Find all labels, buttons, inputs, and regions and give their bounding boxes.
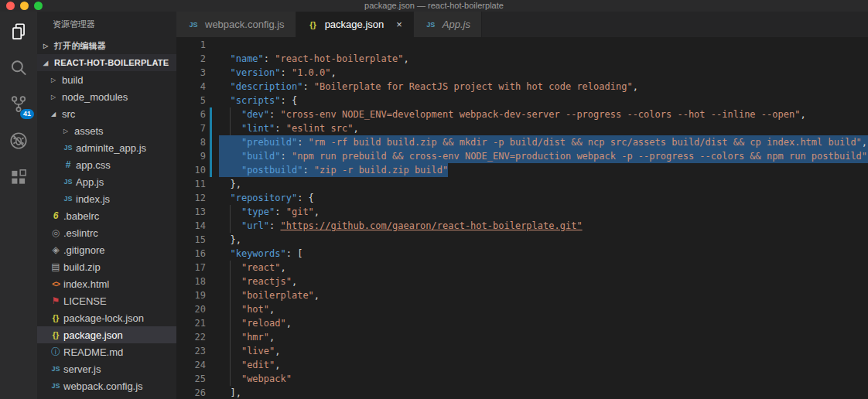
code-line-9[interactable]: 9 "build": "npm run prebuild && cross-en… <box>176 149 868 163</box>
line-text: "lint": "eslint src", <box>219 121 359 135</box>
code-line-23[interactable]: 23 "live", <box>176 344 868 358</box>
tab-App.js[interactable]: JSApp.js <box>414 12 482 37</box>
twistie-expanded-icon: ◢ <box>51 111 62 118</box>
minimize-window-button[interactable] <box>20 2 29 10</box>
code-line-22[interactable]: 22 "hmr", <box>176 330 868 344</box>
twistie-expanded-icon: ◢ <box>43 60 54 66</box>
code-line-15[interactable]: 15 }, <box>176 233 868 247</box>
activity-bar: 41 <box>0 12 37 399</box>
json-file-icon: {} <box>48 313 63 322</box>
zoom-window-button[interactable] <box>34 2 43 10</box>
sidebar-item-node_modules[interactable]: ▷node_modules <box>37 88 176 105</box>
tab-label: App.js <box>443 19 470 30</box>
sidebar-item-build[interactable]: ▷build <box>37 71 176 88</box>
gutter-spacer <box>210 66 212 80</box>
sidebar-item-server.js[interactable]: JSserver.js <box>37 360 176 377</box>
line-text: "postbuild": "zip -r build.zip build" <box>219 163 448 177</box>
line-text: "url": "https://github.com/gaearon/react… <box>219 219 583 233</box>
sidebar-item-assets[interactable]: ▷assets <box>37 122 176 139</box>
code-line-1[interactable]: 1 <box>176 38 868 52</box>
line-text: "hmr", <box>219 330 275 344</box>
sidebar-item-REACT-HOT-BOILERPLATE[interactable]: ◢REACT-HOT-BOILERPLATE <box>37 54 176 71</box>
line-text: "edit", <box>219 358 281 372</box>
close-window-button[interactable] <box>6 2 15 10</box>
sidebar-item-index.html[interactable]: <>index.html <box>37 275 176 292</box>
tab-webpack.config.js[interactable]: JSwebpack.config.js <box>176 12 296 37</box>
code-line-3[interactable]: 3 "version": "1.0.0", <box>176 66 868 80</box>
sidebar-item-app.css[interactable]: #app.css <box>37 156 176 173</box>
item-label: .babelrc <box>63 210 99 222</box>
code-line-5[interactable]: 5 "scripts": { <box>176 94 868 107</box>
js-file-icon: JS <box>425 21 437 29</box>
sidebar-item-README.md[interactable]: ⓘREADME.md <box>37 343 176 360</box>
sidebar-item-.eslintrc[interactable]: ◎.eslintrc <box>37 224 176 241</box>
code-line-8[interactable]: 8 "prebuild": "rm -rf build build.zip &&… <box>176 135 868 149</box>
gutter-spacer <box>210 191 212 205</box>
item-label: build <box>62 74 83 86</box>
code-line-25[interactable]: 25 "webpack" <box>176 372 868 386</box>
line-number: 1 <box>176 38 206 52</box>
line-text: "react", <box>219 261 286 275</box>
line-text: "webpack" <box>219 372 292 386</box>
code-line-17[interactable]: 17 "react", <box>176 261 868 275</box>
sidebar-item-LICENSE[interactable]: ⚑LICENSE <box>37 292 176 309</box>
explorer-icon[interactable] <box>9 22 29 42</box>
item-label: .eslintrc <box>63 227 98 239</box>
sidebar-item-package.json[interactable]: {}package.json <box>37 326 176 343</box>
sidebar-explorer: 资源管理器 ▷打开的编辑器◢REACT-HOT-BOILERPLATE▷buil… <box>37 12 176 399</box>
code-line-18[interactable]: 18 "reactjs", <box>176 275 868 288</box>
sidebar-item-webpack.config.js[interactable]: JSwebpack.config.js <box>37 377 176 394</box>
sidebar-item-App.js[interactable]: JSApp.js <box>37 173 176 190</box>
babel-file-icon: 6 <box>48 210 63 221</box>
code-line-16[interactable]: 16 "keywords": [ <box>176 247 868 261</box>
sidebar-item-index.js[interactable]: JSindex.js <box>37 190 176 207</box>
close-tab-icon[interactable]: × <box>396 19 402 30</box>
code-line-14[interactable]: 14 "url": "https://github.com/gaearon/re… <box>176 219 868 233</box>
search-icon[interactable] <box>9 58 29 78</box>
line-number: 11 <box>176 177 206 191</box>
sidebar-item-adminlte_app.js[interactable]: JSadminlte_app.js <box>37 139 176 156</box>
code-line-26[interactable]: 26 ], <box>176 386 868 399</box>
line-text: "hot", <box>219 302 275 316</box>
line-number: 21 <box>176 316 206 330</box>
js-file-icon: JS <box>60 195 76 203</box>
sidebar-item-package-lock.json[interactable]: {}package-lock.json <box>37 309 176 326</box>
sidebar-item-build.zip[interactable]: ▤build.zip <box>37 258 176 275</box>
window-title: package.json — react-hot-boilerplate <box>364 0 504 12</box>
extensions-icon[interactable] <box>9 167 29 187</box>
code-line-20[interactable]: 20 "hot", <box>176 302 868 316</box>
gutter-spacer <box>210 94 212 107</box>
code-line-19[interactable]: 19 "boilerplate", <box>176 288 868 302</box>
gutter-spacer <box>210 372 212 386</box>
js-file-icon: JS <box>187 21 200 29</box>
line-number: 9 <box>176 149 206 163</box>
code-line-21[interactable]: 21 "reload", <box>176 316 868 330</box>
line-text: ], <box>219 386 241 399</box>
line-number: 3 <box>176 66 206 80</box>
code-line-4[interactable]: 4 "description": "Boilerplate for ReactJ… <box>176 80 868 94</box>
gutter-spacer <box>210 80 212 94</box>
sidebar-item-.babelrc[interactable]: 6.babelrc <box>37 207 176 224</box>
code-line-13[interactable]: 13 "type": "git", <box>176 205 868 219</box>
code-line-2[interactable]: 2 "name": "react-hot-boilerplate", <box>176 52 868 66</box>
sidebar-item-.gitignore[interactable]: ◈.gitignore <box>37 241 176 258</box>
tab-package.json[interactable]: {}package.json× <box>296 12 414 37</box>
code-area[interactable]: 12 "name": "react-hot-boilerplate",3 "ve… <box>176 37 868 399</box>
item-label: LICENSE <box>63 295 107 307</box>
twistie-collapsed-icon: ▷ <box>43 43 54 49</box>
sidebar-item--[interactable]: ▷打开的编辑器 <box>37 37 176 54</box>
code-line-12[interactable]: 12 "repository": { <box>176 191 868 205</box>
gutter-spacer <box>210 247 212 261</box>
line-text: "keywords": [ <box>219 247 302 261</box>
debug-icon[interactable] <box>9 131 29 151</box>
source-control-icon[interactable]: 41 <box>9 94 29 114</box>
item-label: REACT-HOT-BOILERPLATE <box>54 58 169 67</box>
code-line-7[interactable]: 7 "lint": "eslint src", <box>176 121 868 135</box>
code-line-6[interactable]: 6 "dev": "cross-env NODE_ENV=development… <box>176 107 868 121</box>
line-text: "scripts": { <box>219 94 297 107</box>
code-line-11[interactable]: 11 }, <box>176 177 868 191</box>
code-line-10[interactable]: 10 "postbuild": "zip -r build.zip build" <box>176 163 868 177</box>
sidebar-item-src[interactable]: ◢src <box>37 105 176 122</box>
code-line-24[interactable]: 24 "edit", <box>176 358 868 372</box>
item-label: App.js <box>76 176 104 188</box>
